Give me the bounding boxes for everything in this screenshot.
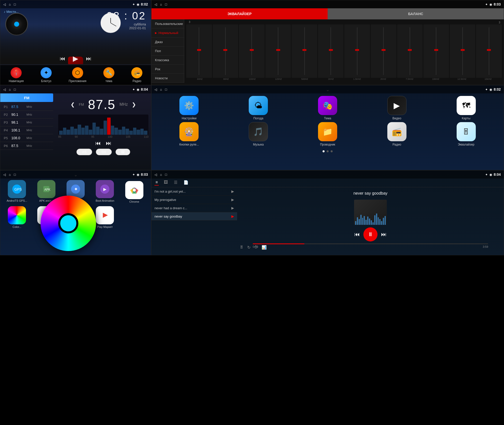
m2-progress-bar[interactable] bbox=[253, 243, 488, 244]
app-files[interactable]: 📁 Проводник bbox=[294, 122, 361, 146]
nav-item-bluetooth[interactable]: ✦ Блютуз bbox=[41, 67, 52, 83]
m2-equalizer-button[interactable]: 🎚 bbox=[240, 245, 244, 250]
app-weather[interactable]: 🌤 Погода bbox=[225, 96, 292, 120]
eq-bar-11[interactable] bbox=[450, 24, 476, 78]
fm-preset-2[interactable]: P2 90.1 MHz bbox=[0, 111, 53, 119]
m2-tab-settings[interactable]: ☰ bbox=[173, 180, 178, 186]
app-steering[interactable]: 🎡 Кнопки руле... bbox=[155, 122, 223, 146]
m2-tab-image[interactable]: 🖼 bbox=[163, 180, 169, 186]
fm-recent-icon[interactable]: □ bbox=[14, 88, 16, 91]
fm-skip-forward-button[interactable]: ⏭ bbox=[106, 140, 111, 147]
fm-mhz-6: MHz bbox=[26, 144, 32, 147]
eq-recent-icon[interactable]: □ bbox=[165, 3, 167, 6]
eq-home-icon[interactable]: ⌂ bbox=[160, 3, 162, 6]
appitem-chrome[interactable]: Chrome bbox=[121, 181, 148, 203]
eq-bar-6[interactable] bbox=[318, 24, 344, 78]
eq-bar-5[interactable] bbox=[292, 24, 317, 78]
preset-news[interactable]: Новости bbox=[151, 74, 184, 83]
eq-bar-10[interactable] bbox=[423, 24, 449, 78]
back-icon[interactable]: ◁ bbox=[3, 3, 6, 6]
track-2[interactable]: My prerogative ▶ bbox=[151, 196, 237, 204]
fm-preset-3[interactable]: P3 98.1 MHz bbox=[0, 119, 53, 126]
appitem-color[interactable]: Color... bbox=[3, 206, 30, 228]
app-equalizer2[interactable]: 🎚 Эквалайзер bbox=[432, 122, 500, 146]
app-settings[interactable]: ⚙️ Настройки bbox=[155, 96, 223, 120]
dot-1 bbox=[323, 150, 325, 152]
nav-item-radio[interactable]: 📻 Радио bbox=[131, 67, 142, 83]
m2-play-pause-button[interactable]: ⏸ bbox=[363, 227, 377, 241]
app-label-radio2: Радио bbox=[392, 143, 401, 146]
fm-skip-back-button[interactable]: ⏮ bbox=[95, 140, 101, 147]
apps-back-icon[interactable]: ◁ bbox=[154, 88, 157, 91]
preset-pop[interactable]: Поп bbox=[151, 47, 184, 56]
m2-recent-icon[interactable]: □ bbox=[165, 173, 167, 176]
nav-item-navigation[interactable]: 📍 Навигация bbox=[9, 67, 24, 83]
m2-repeat-button[interactable]: ↻ bbox=[247, 245, 250, 250]
preset-classic[interactable]: Классика bbox=[151, 56, 184, 65]
recent-icon[interactable]: □ bbox=[14, 3, 16, 6]
fm-as-button[interactable]: AS bbox=[76, 149, 92, 155]
m2-bars-button[interactable]: 📊 bbox=[262, 245, 267, 250]
eq-db-top-row: 3 bbox=[186, 21, 502, 24]
app-maps[interactable]: 🗺 Карты bbox=[432, 96, 500, 120]
app-radio2[interactable]: 📻 Радио bbox=[363, 122, 430, 146]
nav-item-apps[interactable]: ⬡ Приложения bbox=[69, 67, 86, 83]
track-4[interactable]: never say goodbay ▶ bbox=[151, 212, 237, 221]
status-bar-fm-left: ◁ ⌂ □ bbox=[3, 88, 16, 91]
eq-bar-7[interactable] bbox=[344, 24, 370, 78]
eq-bar-1[interactable] bbox=[186, 24, 212, 78]
fm-home-icon[interactable]: ⌂ bbox=[9, 88, 11, 91]
applist-home-icon[interactable]: ⌂ bbox=[9, 173, 11, 176]
applist-back-icon[interactable]: ◁ bbox=[3, 173, 6, 176]
track-1[interactable]: I'm not a girl,not yet... ▶ bbox=[151, 187, 237, 196]
fm-next-button[interactable]: ❯ bbox=[132, 101, 136, 108]
appicon-androits: GPS bbox=[8, 180, 26, 198]
apps-recent-icon[interactable]: □ bbox=[165, 88, 167, 91]
fm-preset-5[interactable]: P5 108.0 MHz bbox=[0, 134, 53, 142]
apps-home-icon[interactable]: ⌂ bbox=[160, 88, 162, 91]
m2-timer-button[interactable]: ⏱ bbox=[254, 245, 258, 250]
eq-bar-9[interactable] bbox=[397, 24, 423, 78]
app-video[interactable]: ▶ Видео bbox=[363, 96, 430, 120]
eq-back-icon[interactable]: ◁ bbox=[154, 3, 157, 6]
m2-tab-list[interactable]: ≡ bbox=[154, 180, 159, 186]
preset-custom[interactable]: Пользовательские bbox=[151, 19, 184, 28]
spec-bar bbox=[125, 129, 129, 135]
m2-home-icon[interactable]: ⌂ bbox=[160, 173, 162, 176]
track-3[interactable]: never had a dream c... ▶ bbox=[151, 204, 237, 212]
tab-equalizer[interactable]: ЭКВАЛАЙЗЕР bbox=[151, 8, 328, 19]
vis-bar bbox=[359, 219, 360, 225]
fm-preset-4[interactable]: P4 106.1 MHz bbox=[0, 126, 53, 134]
eq-bar-4[interactable] bbox=[265, 24, 291, 78]
eq-bar-3[interactable] bbox=[239, 24, 265, 78]
tab-balance[interactable]: БАЛАНС bbox=[328, 8, 504, 19]
nav-item-theme[interactable]: 🔧 тема bbox=[103, 67, 114, 83]
play-pause-button[interactable]: ▶ bbox=[73, 54, 78, 63]
next-track-button[interactable]: ⏭ bbox=[86, 55, 91, 62]
fm-preset-6[interactable]: P6 87.5 MHz bbox=[0, 142, 53, 150]
m2-skip-back-button[interactable]: ⏮ bbox=[354, 231, 360, 238]
eq-bar-2[interactable] bbox=[213, 24, 238, 78]
app-music2[interactable]: 🎵 Музыка bbox=[225, 122, 292, 146]
eq-bar-8[interactable] bbox=[371, 24, 396, 78]
appitem-androits[interactable]: GPS AndroiTS GPS... bbox=[3, 180, 30, 203]
eq-bar-12[interactable] bbox=[476, 24, 502, 78]
preset-normal[interactable]: ▶ Нормальный bbox=[151, 28, 184, 38]
fm-dx-button[interactable]: DX bbox=[96, 149, 112, 155]
appitem-bootanim[interactable]: ▶ Boot Animation bbox=[91, 180, 118, 203]
fm-back-icon[interactable]: ◁ bbox=[3, 88, 6, 91]
m2-skip-forward-button[interactable]: ⏭ bbox=[381, 231, 387, 238]
m2-back-icon[interactable]: ◁ bbox=[154, 173, 157, 176]
preset-rock[interactable]: Рок bbox=[151, 65, 184, 74]
fm-preset-1[interactable]: P1 87.5 MHz bbox=[0, 103, 53, 111]
prev-track-button[interactable]: ⏮ bbox=[60, 55, 65, 62]
m2-tab-doc[interactable]: 📄 bbox=[182, 180, 190, 186]
color-wheel-overlay[interactable] bbox=[41, 196, 96, 251]
preset-jazz[interactable]: Джаз bbox=[151, 38, 184, 47]
home-icon[interactable]: ⌂ bbox=[9, 3, 11, 6]
fm-mhz-5: MHz bbox=[26, 136, 32, 139]
fm-prev-button[interactable]: ❮ bbox=[71, 101, 75, 108]
fm-image-button[interactable]: 🖼 bbox=[115, 149, 130, 155]
applist-recent-icon[interactable]: □ bbox=[14, 173, 16, 176]
app-theme[interactable]: 🎭 Тема bbox=[294, 96, 361, 120]
